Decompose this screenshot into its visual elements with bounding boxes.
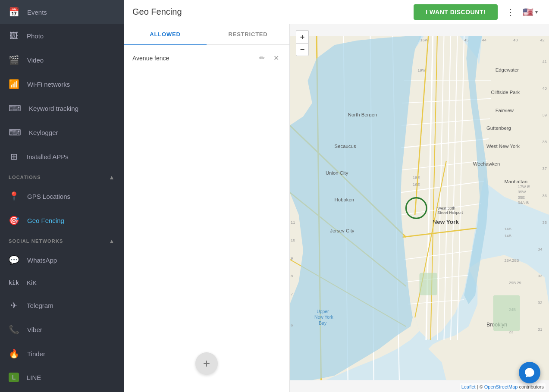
sidebar-item-photo[interactable]: 🖼 Photo	[0, 24, 124, 48]
svg-text:29B: 29B	[509, 281, 516, 285]
svg-text:11: 11	[291, 220, 295, 225]
wifi-icon: 📶	[9, 79, 19, 89]
sidebar-item-installed[interactable]: ⊞ Installed APPs	[0, 144, 124, 169]
tab-allowed[interactable]: ALLOWED	[124, 24, 207, 44]
svg-text:35: 35	[542, 220, 546, 225]
viber-icon: 📞	[9, 324, 19, 335]
zoom-out-button[interactable]: −	[296, 43, 309, 56]
osm-link[interactable]: OpenStreetMap	[484, 384, 518, 389]
svg-text:10: 10	[291, 238, 295, 242]
geofencing-icon: 🎯	[9, 215, 19, 226]
keylogger-icon: ⌨	[9, 127, 21, 138]
sidebar-item-line[interactable]: L LINE	[0, 366, 124, 389]
main-content: Geo Fencing I WANT DISCOUNT! ⋮ 🇺🇸 ▾ ALLO…	[124, 0, 549, 392]
fence-edit-button[interactable]: ✏	[257, 52, 267, 64]
svg-text:17W-E: 17W-E	[518, 185, 530, 189]
svg-text:Union City: Union City	[326, 170, 348, 176]
svg-text:35E: 35E	[518, 195, 525, 200]
svg-text:6: 6	[291, 323, 293, 327]
svg-text:16E: 16E	[413, 182, 420, 187]
social-chevron[interactable]: ▲	[109, 238, 115, 245]
sidebar-item-keyword[interactable]: ⌨ Keyword tracking	[0, 96, 124, 120]
svg-text:32: 32	[538, 301, 542, 305]
sidebar-item-keylogger[interactable]: ⌨ Keylogger	[0, 120, 124, 144]
svg-text:New York: New York	[433, 219, 459, 225]
page-title: Geo Fencing	[132, 7, 407, 17]
svg-text:35W: 35W	[518, 190, 526, 194]
kik-icon: kik	[9, 279, 19, 286]
fence-delete-button[interactable]: ✕	[272, 52, 281, 64]
svg-text:14B: 14B	[504, 234, 511, 238]
svg-text:43: 43	[513, 38, 518, 42]
svg-text:42: 42	[540, 38, 544, 42]
leaflet-link[interactable]: Leaflet	[461, 384, 476, 389]
sidebar-label-installed: Installed APPs	[27, 153, 69, 160]
add-icon: +	[203, 357, 210, 370]
sidebar-item-wifi[interactable]: 📶 Wi-Fi networks	[0, 72, 124, 96]
svg-text:33: 33	[538, 274, 542, 278]
sidebar-item-telegram[interactable]: ✈ Telegram	[0, 293, 124, 317]
svg-text:9: 9	[291, 256, 293, 260]
sidebar-item-whatsapp[interactable]: 💬 WhatsApp	[0, 248, 124, 272]
sidebar-item-video[interactable]: 🎬 Video	[0, 48, 124, 72]
zoom-in-button[interactable]: +	[296, 30, 309, 43]
discount-button[interactable]: I WANT DISCOUNT!	[414, 4, 498, 20]
locations-section-header: LOCATIONS ▲	[0, 169, 124, 184]
svg-text:31: 31	[538, 327, 542, 332]
svg-text:40: 40	[542, 86, 546, 91]
left-panel: ALLOWED RESTRICTED Avenue fence ✏ ✕	[124, 24, 290, 392]
chat-widget[interactable]	[519, 362, 540, 383]
svg-text:New York: New York	[314, 315, 334, 320]
svg-text:Bay: Bay	[319, 321, 327, 326]
svg-text:39: 39	[542, 113, 546, 117]
language-selector[interactable]: 🇺🇸 ▾	[520, 5, 540, 19]
svg-text:Edgewater: Edgewater	[496, 67, 519, 72]
svg-text:Guttenberg: Guttenberg	[486, 125, 511, 131]
svg-text:Upper: Upper	[317, 309, 329, 314]
sidebar-label-tinder: Tinder	[27, 350, 45, 358]
svg-text:29: 29	[517, 281, 521, 285]
locations-chevron[interactable]: ▲	[109, 174, 115, 181]
svg-text:34: 34	[538, 247, 542, 251]
tab-restricted[interactable]: RESTRICTED	[207, 24, 289, 44]
gps-icon: 📍	[9, 191, 19, 201]
sidebar: 📅 Events 🖼 Photo 🎬 Video 📶 Wi-Fi network…	[0, 0, 124, 392]
svg-text:45: 45	[464, 38, 468, 42]
svg-rect-91	[493, 295, 520, 331]
header-icons: ⋮ 🇺🇸 ▾	[505, 5, 540, 19]
sidebar-label-geofencing: Geo Fencing	[27, 217, 64, 224]
svg-text:Street Heliport: Street Heliport	[437, 210, 463, 215]
sidebar-item-viber[interactable]: 📞 Viber	[0, 317, 124, 342]
line-icon: L	[9, 373, 19, 382]
map-attribution: Leaflet | © OpenStreetMap contributors	[460, 383, 546, 390]
more-icon: ⋮	[506, 7, 515, 17]
sidebar-label-photo: Photo	[27, 32, 44, 40]
sidebar-item-gps[interactable]: 📍 GPS Locations	[0, 184, 124, 208]
svg-text:Hoboken: Hoboken	[335, 197, 354, 202]
more-options-button[interactable]: ⋮	[505, 5, 517, 19]
sidebar-item-tinder[interactable]: 🔥 Tinder	[0, 342, 124, 366]
sidebar-item-events[interactable]: 📅 Events	[0, 0, 124, 24]
language-chevron: ▾	[535, 9, 538, 15]
sidebar-item-geofencing[interactable]: 🎯 Geo Fencing	[0, 208, 124, 232]
map-controls: + −	[296, 30, 309, 56]
locations-section-label: LOCATIONS	[9, 175, 41, 180]
svg-text:Weehawken: Weehawken	[473, 161, 500, 166]
telegram-icon: ✈	[9, 300, 19, 310]
svg-text:7: 7	[291, 292, 293, 296]
svg-text:Jersey City: Jersey City	[330, 228, 354, 233]
map-container[interactable]: Secaucus North Bergen Union City Hoboken…	[290, 24, 549, 392]
events-icon: 📅	[9, 7, 19, 17]
sidebar-item-kik[interactable]: kik KiK	[0, 272, 124, 293]
add-fence-button[interactable]: +	[195, 352, 218, 375]
delete-icon: ✕	[273, 54, 279, 62]
attribution-separator: | ©	[477, 384, 484, 389]
sidebar-label-telegram: Telegram	[27, 302, 53, 309]
sidebar-label-whatsapp: WhatsApp	[27, 257, 57, 264]
social-section-label: SOCIAL NETWORKS	[9, 238, 63, 244]
add-button-container: +	[124, 71, 289, 392]
svg-text:Fairview: Fairview	[496, 108, 514, 113]
keyword-icon: ⌨	[9, 103, 21, 113]
sidebar-label-keyword: Keyword tracking	[29, 105, 78, 112]
tabs-bar: ALLOWED RESTRICTED	[124, 24, 289, 45]
